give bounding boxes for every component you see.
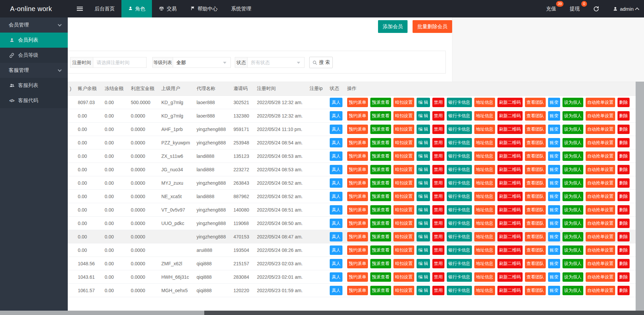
action-delete-button[interactable]: 删除	[618, 98, 630, 107]
action-set-fake-user-button[interactable]: 设为假人	[562, 286, 583, 295]
action-hidden-deduct-settings-button[interactable]: 暗扣设置	[393, 232, 414, 241]
refresh-button[interactable]	[593, 6, 599, 12]
sidebar-item-0-0[interactable]: 会员列表	[0, 33, 68, 48]
action-dispatch-view-button[interactable]: 预派查看	[370, 286, 391, 295]
action-reserve-dispatch-button[interactable]: 预约派单	[347, 272, 368, 282]
batch-delete-members-button[interactable]: 批量删除会员	[413, 20, 452, 33]
action-view-team-button[interactable]: 查看团队	[525, 138, 546, 147]
action-balance-change-button[interactable]: 账变	[548, 111, 560, 121]
nav-item-1[interactable]: 角色	[121, 0, 152, 17]
sidebar-item-1-0[interactable]: 客服列表	[0, 78, 68, 93]
action-set-fake-user-button[interactable]: 设为假人	[562, 205, 583, 215]
action-bank-card-info-button[interactable]: 银行卡信息	[447, 245, 472, 255]
action-balance-change-button[interactable]: 账变	[548, 98, 560, 107]
action-bank-card-info-button[interactable]: 银行卡信息	[447, 232, 472, 241]
action-set-fake-user-button[interactable]: 设为假人	[562, 192, 583, 201]
action-bank-card-info-button[interactable]: 银行卡信息	[447, 98, 472, 107]
action-dispatch-view-button[interactable]: 预派查看	[370, 125, 391, 134]
action-delete-button[interactable]: 删除	[618, 165, 630, 174]
action-reserve-dispatch-button[interactable]: 预约派单	[347, 219, 368, 228]
action-hidden-deduct-settings-button[interactable]: 暗扣设置	[393, 98, 414, 107]
action-set-fake-user-button[interactable]: 设为假人	[562, 232, 583, 241]
action-auto-grab-settings-button[interactable]: 自动抢单设置	[586, 245, 615, 255]
action-hidden-deduct-settings-button[interactable]: 暗扣设置	[393, 219, 414, 228]
action-balance-change-button[interactable]: 账变	[548, 286, 560, 295]
status-badge[interactable]: 真人	[330, 219, 342, 228]
action-balance-change-button[interactable]: 账变	[548, 165, 560, 174]
status-badge[interactable]: 真人	[330, 111, 342, 121]
action-delete-button[interactable]: 删除	[618, 138, 630, 147]
action-delete-button[interactable]: 删除	[618, 259, 630, 268]
action-edit-button[interactable]: 编 辑	[417, 259, 430, 268]
action-set-fake-user-button[interactable]: 设为假人	[562, 138, 583, 147]
action-refresh-qrcode-button[interactable]: 刷新二维码	[497, 205, 523, 215]
status-badge[interactable]: 真人	[330, 165, 342, 174]
status-select[interactable]: 所有状态	[247, 57, 305, 68]
action-reserve-dispatch-button[interactable]: 预约派单	[347, 125, 368, 134]
action-reserve-dispatch-button[interactable]: 预约派单	[347, 165, 368, 174]
action-balance-change-button[interactable]: 账变	[548, 125, 560, 134]
action-edit-button[interactable]: 编 辑	[417, 245, 430, 255]
action-refresh-qrcode-button[interactable]: 刷新二维码	[497, 125, 523, 134]
action-edit-button[interactable]: 编 辑	[417, 125, 430, 134]
action-bank-card-info-button[interactable]: 银行卡信息	[447, 125, 472, 134]
action-dispatch-view-button[interactable]: 预派查看	[370, 219, 391, 228]
status-badge[interactable]: 真人	[330, 138, 342, 147]
action-reserve-dispatch-button[interactable]: 预约派单	[347, 232, 368, 241]
action-disable-button[interactable]: 禁用	[432, 259, 444, 268]
action-reserve-dispatch-button[interactable]: 预约派单	[347, 151, 368, 161]
action-delete-button[interactable]: 删除	[618, 219, 630, 228]
action-address-info-button[interactable]: 地址信息	[474, 205, 495, 215]
action-set-fake-user-button[interactable]: 设为假人	[562, 151, 583, 161]
action-refresh-qrcode-button[interactable]: 刷新二维码	[497, 192, 523, 201]
action-edit-button[interactable]: 编 辑	[417, 205, 430, 215]
action-address-info-button[interactable]: 地址信息	[474, 259, 495, 268]
action-bank-card-info-button[interactable]: 银行卡信息	[447, 192, 472, 201]
horizontal-scrollbar-thumb[interactable]	[0, 311, 204, 315]
action-edit-button[interactable]: 编 辑	[417, 98, 430, 107]
action-address-info-button[interactable]: 地址信息	[474, 111, 495, 121]
action-view-team-button[interactable]: 查看团队	[525, 245, 546, 255]
action-hidden-deduct-settings-button[interactable]: 暗扣设置	[393, 205, 414, 215]
action-reserve-dispatch-button[interactable]: 预约派单	[347, 98, 368, 107]
action-address-info-button[interactable]: 地址信息	[474, 138, 495, 147]
action-hidden-deduct-settings-button[interactable]: 暗扣设置	[393, 111, 414, 121]
action-refresh-qrcode-button[interactable]: 刷新二维码	[497, 98, 523, 107]
action-bank-card-info-button[interactable]: 银行卡信息	[447, 205, 472, 215]
recharge-link[interactable]: 充值 39	[546, 6, 556, 12]
action-bank-card-info-button[interactable]: 银行卡信息	[447, 178, 472, 188]
action-address-info-button[interactable]: 地址信息	[474, 165, 495, 174]
action-dispatch-view-button[interactable]: 预派查看	[370, 205, 391, 215]
action-auto-grab-settings-button[interactable]: 自动抢单设置	[586, 272, 615, 282]
action-set-fake-user-button[interactable]: 设为假人	[562, 245, 583, 255]
action-auto-grab-settings-button[interactable]: 自动抢单设置	[586, 151, 615, 161]
action-auto-grab-settings-button[interactable]: 自动抢单设置	[586, 219, 615, 228]
action-hidden-deduct-settings-button[interactable]: 暗扣设置	[393, 272, 414, 282]
action-dispatch-view-button[interactable]: 预派查看	[370, 259, 391, 268]
action-edit-button[interactable]: 编 辑	[417, 219, 430, 228]
action-view-team-button[interactable]: 查看团队	[525, 272, 546, 282]
action-set-fake-user-button[interactable]: 设为假人	[562, 219, 583, 228]
status-badge[interactable]: 真人	[330, 125, 342, 134]
action-address-info-button[interactable]: 地址信息	[474, 232, 495, 241]
action-edit-button[interactable]: 编 辑	[417, 232, 430, 241]
level-select[interactable]: 全部	[173, 57, 231, 68]
action-bank-card-info-button[interactable]: 银行卡信息	[447, 111, 472, 121]
action-disable-button[interactable]: 禁用	[432, 272, 444, 282]
action-edit-button[interactable]: 编 辑	[417, 165, 430, 174]
action-bank-card-info-button[interactable]: 银行卡信息	[447, 151, 472, 161]
action-disable-button[interactable]: 禁用	[432, 125, 444, 134]
action-hidden-deduct-settings-button[interactable]: 暗扣设置	[393, 125, 414, 134]
action-view-team-button[interactable]: 查看团队	[525, 151, 546, 161]
action-delete-button[interactable]: 删除	[618, 286, 630, 295]
action-address-info-button[interactable]: 地址信息	[474, 151, 495, 161]
status-badge[interactable]: 真人	[330, 192, 342, 201]
action-hidden-deduct-settings-button[interactable]: 暗扣设置	[393, 138, 414, 147]
action-bank-card-info-button[interactable]: 银行卡信息	[447, 219, 472, 228]
action-reserve-dispatch-button[interactable]: 预约派单	[347, 178, 368, 188]
action-disable-button[interactable]: 禁用	[432, 178, 444, 188]
action-dispatch-view-button[interactable]: 预派查看	[370, 178, 391, 188]
status-badge[interactable]: 真人	[330, 178, 342, 188]
vertical-scrollbar[interactable]	[636, 82, 644, 311]
action-delete-button[interactable]: 删除	[618, 272, 630, 282]
